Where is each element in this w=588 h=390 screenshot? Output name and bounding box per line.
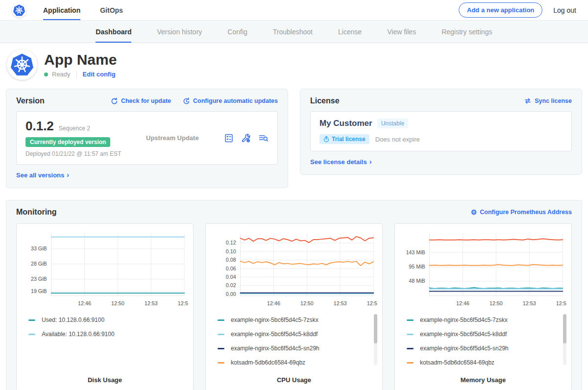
legend-scrollbar-thumb[interactable] [374,314,377,343]
customer-name: My Customer [319,119,372,128]
svg-text:12:56: 12:56 [556,300,566,306]
subtab-view-files[interactable]: View files [387,22,416,43]
version-card-title: Version [16,97,45,105]
svg-text:12:56: 12:56 [178,300,188,306]
legend-color-dash [407,334,414,335]
svg-text:12:46: 12:46 [78,300,91,306]
legend-item: example-nginx-5bc6f5d4c5-sn29h [218,341,375,356]
legend-item: example-nginx-5bc6f5d4c5-k8ddf [407,327,564,341]
app-subnav: Dashboard Version history Config Trouble… [0,21,588,43]
subtab-registry-settings[interactable]: Registry settings [441,22,492,43]
legend-label: example-nginx-5bc6f5d4c5-7zskx [231,317,318,323]
legend-color-dash [28,319,35,321]
legend-color-dash [218,319,224,321]
svg-text:12:53: 12:53 [145,300,158,306]
svg-text:143 MiB: 143 MiB [406,249,425,255]
trial-license-label: Trial license [332,136,366,143]
svg-text:12:56: 12:56 [367,300,377,306]
legend-label: kotsadm-5db6dc6584-69qbz [420,359,494,366]
subtab-config[interactable]: Config [227,22,247,43]
add-application-button[interactable]: Add a new application [459,2,542,18]
refresh-icon [111,98,118,105]
legend-label: Available: 10.128.0.66:9100 [42,331,115,338]
svg-text:12:53: 12:53 [334,300,347,306]
legend-color-dash [218,334,224,335]
app-logo [7,49,37,80]
deployed-timestamp: Deployed 01/21/22 @ 11:57 am EST [25,150,143,157]
legend-item: example-nginx-5bc6f5d4c5-7zskx [218,313,375,327]
subtab-license[interactable]: License [338,22,362,43]
line-chart-plot: 0.120.100.080.060.040.020.0012:4612:5012… [211,229,377,311]
legend-label: example-nginx-5bc6f5d4c5-7zskx [420,317,508,323]
check-for-update-link[interactable]: Check for update [111,98,171,105]
svg-text:12:46: 12:46 [456,300,469,306]
configure-automatic-updates-link[interactable]: Configure automatic updates [183,98,278,105]
cpu-usage-chart-card: 0.120.100.080.060.040.020.0012:4612:5012… [205,223,383,390]
memory-usage-chart-card: 143 MiB95 MiB48 MiB12:4612:5012:5312:56 … [394,223,572,390]
monitoring-title: Monitoring [16,208,57,217]
line-chart-plot: 143 MiB95 MiB48 MiB12:4612:5012:5312:56 [400,229,566,311]
view-logs-icon[interactable] [258,133,269,143]
subtab-troubleshoot[interactable]: Troubleshoot [273,22,313,43]
svg-text:12:50: 12:50 [490,300,503,306]
svg-text:12:53: 12:53 [523,300,536,306]
legend-label: Used: 10.128.0.66:9100 [42,317,104,323]
legend-item: example-nginx-5bc6f5d4c5-7zskx [407,313,564,327]
see-license-details-label: See license details [310,158,367,166]
stopwatch-icon [323,136,329,143]
sync-license-link[interactable]: Sync license [524,98,572,104]
kubernetes-logo-icon [12,3,26,18]
configure-prometheus-link[interactable]: ⚙ Configure Prometheus Address [471,209,572,216]
svg-text:0.06: 0.06 [226,265,236,271]
subtab-dashboard[interactable]: Dashboard [96,22,131,43]
monitoring-card: Monitoring ⚙ Configure Prometheus Addres… [6,200,582,390]
schedule-update-icon [183,98,190,105]
svg-text:12:50: 12:50 [300,300,314,306]
logout-button[interactable]: Log out [553,6,576,14]
legend-label: example-nginx-5bc6f5d4c5-k8ddf [420,331,507,338]
legend-scrollbar-track[interactable] [563,314,566,365]
legend-label: example-nginx-5bc6f5d4c5-k8ddf [231,331,318,338]
see-all-versions-link[interactable]: See all versions › [16,171,69,179]
svg-text:48 MiB: 48 MiB [409,278,425,284]
tab-gitops[interactable]: GitOps [100,0,123,20]
svg-text:0.10: 0.10 [226,248,236,254]
svg-text:0.08: 0.08 [226,257,236,263]
sync-license-label: Sync license [535,98,572,104]
legend-color-dash [407,348,414,349]
legend-color-dash [407,362,414,364]
status-dot [44,73,48,76]
edit-config-link[interactable]: Edit config [83,71,116,78]
legend-item: example-nginx-5bc6f5d4c5-k8ddf [218,327,375,341]
see-license-details-link[interactable]: See license details › [310,158,371,166]
legend-item: Used: 10.128.0.66:9100 [28,313,186,327]
preflight-checks-icon[interactable] [224,133,234,143]
svg-text:0.02: 0.02 [226,282,236,288]
legend-label: example-nginx-5bc6f5d4c5-sn29h [420,345,509,352]
version-source-label: Upstream Update [143,134,224,142]
cpu-usage-chart: 0.120.100.080.060.040.020.0012:4612:5012… [211,229,377,311]
brand-logo [12,0,26,20]
kubernetes-logo-icon [10,52,34,77]
top-navbar: Application GitOps Add a new application… [0,0,588,21]
channel-badge: Unstable [377,119,408,128]
gear-icon: ⚙ [471,209,477,216]
svg-text:0.12: 0.12 [226,240,236,245]
config-wrench-icon[interactable] [241,133,251,143]
legend-scrollbar-thumb[interactable] [563,314,566,343]
disk-usage-chart-card: 33 GiB28 GiB23 GiB19 GiB12:4612:5012:531… [16,223,194,390]
legend-item: kotsadm-5db6dc6584-69qbz [407,356,564,370]
configure-automatic-updates-label: Configure automatic updates [193,98,278,104]
subtab-version-history[interactable]: Version history [157,22,202,43]
sync-icon [524,98,532,104]
svg-text:23 GiB: 23 GiB [31,276,47,282]
configure-prometheus-label: Configure Prometheus Address [480,209,572,216]
primary-tabs: Application GitOps [43,0,123,20]
disk-usage-legend: Used: 10.128.0.66:9100Available: 10.128.… [22,313,188,341]
disk-usage-chart: 33 GiB28 GiB23 GiB19 GiB12:4612:5012:531… [22,229,188,311]
legend-scrollbar-track[interactable] [374,314,377,365]
svg-text:95 MiB: 95 MiB [409,264,425,269]
divider [76,71,77,78]
page-title: App Name [44,51,117,68]
tab-application[interactable]: Application [43,0,80,20]
